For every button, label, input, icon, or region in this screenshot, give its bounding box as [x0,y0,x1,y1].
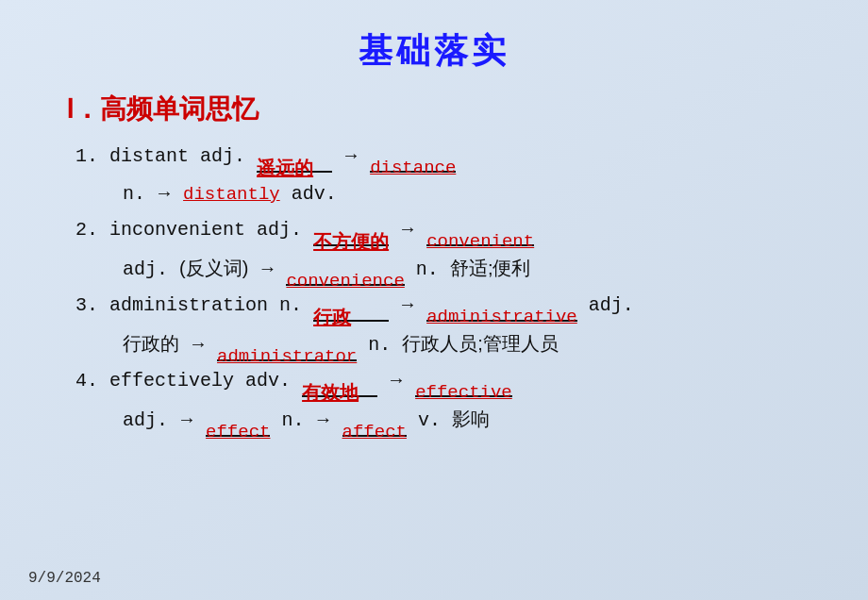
en-fill-sub: effect [206,422,270,442]
blank-field: 不方便的 [313,225,389,246]
item-pos: n. [279,294,302,316]
sub-pos: adj. [123,409,168,431]
sub-pos2: n. [282,409,305,431]
en-fill-sub: distantly [183,184,280,205]
en-fill-sub: administrator [217,346,357,367]
arrow-icon: → [402,294,413,316]
blank-field-2: distance [370,152,456,173]
blank-field-sub: administrator [217,341,357,361]
arrow-icon: → [261,258,273,280]
arrow-icon: → [402,219,413,241]
en-fill: effective [415,382,512,403]
blank-field-2: administrative [426,301,577,322]
item-word: administration [109,294,279,316]
sub-cn2: 舒适;便利 [450,258,531,278]
blank-field-sub: convenience [286,265,404,286]
en-fill: convenient [426,231,534,252]
sub-pos2: n. [416,258,439,280]
sub-pos2: adv. [292,183,337,205]
sub-pos: n. [123,183,145,205]
list-sub-item: adj. → effect n. → affect v. 影响 [75,403,811,437]
blank-field: 行政 [313,301,389,322]
list-item: 3. administration n. 行政 → administrative… [75,290,811,322]
page-title: 基础落实 [57,28,811,75]
cn-fill: 行政 [313,307,351,327]
sub-cn: 行政的 [123,333,179,354]
list-sub-item: adj. (反义词) → convenience n. 舒适;便利 [75,252,811,286]
sub-cn2: 行政人员;管理人员 [402,333,559,354]
en-fill: distance [370,158,456,178]
item-pos: adj. [257,219,302,241]
item-num: 3. [75,294,98,316]
cn-fill: 不方便的 [313,231,389,252]
blank-field: 有效地 [302,376,377,397]
list-item: 1. distant adj. 遥远的 → distance [75,141,811,173]
arrow-icon: → [192,334,204,356]
item-word: effectively [109,370,245,392]
vocab-list: 1. distant adj. 遥远的 → distance n. → dist… [57,141,811,437]
sub-cn3: 影响 [452,408,490,429]
blank-field-2: effective [415,376,512,397]
sub-pos3: v. [418,409,441,431]
list-item: 4. effectively adv. 有效地 → effective [75,365,811,397]
arrow-icon: → [318,409,329,431]
arrow-icon: → [159,183,170,205]
arrow-icon: → [391,370,402,392]
blank-field-2: convenient [426,225,534,246]
item-num: 2. [75,219,98,241]
section-title: Ⅰ．高频单词思忆 [57,92,811,127]
arrow-icon: → [345,145,357,167]
cn-fill: 有效地 [302,382,359,403]
item-pos: adv. [245,370,291,392]
sub-cn: (反义词) [179,258,248,278]
main-page: 基础落实 Ⅰ．高频单词思忆 1. distant adj. 遥远的 → dist… [0,0,868,600]
item-num: 1. [75,145,98,167]
blank-short-field-2: affect [342,416,407,437]
list-item: 2. inconvenient adj. 不方便的 → convenient [75,214,811,246]
list-sub-item: n. → distantly adv. [75,178,811,210]
arrow-icon: → [181,409,192,431]
item-pos: adj. [200,145,245,167]
blank-field: 遥远的 [257,152,332,173]
date-label: 9/9/2024 [28,570,101,587]
sub-pos2: n. [368,334,391,356]
en-fill-sub2: affect [342,422,407,442]
en-fill-sub: convenience [286,271,404,292]
item-pos2: adj. [589,294,634,316]
cn-fill: 遥远的 [257,158,313,178]
blank-short-field: effect [206,416,270,437]
item-word: inconvenient [109,219,257,241]
item-num: 4. [75,370,98,392]
en-fill: administrative [426,307,577,327]
sub-pos: adj. [123,258,168,280]
item-word: distant [109,145,200,167]
list-sub-item: 行政的 → administrator n. 行政人员;管理人员 [75,327,811,361]
